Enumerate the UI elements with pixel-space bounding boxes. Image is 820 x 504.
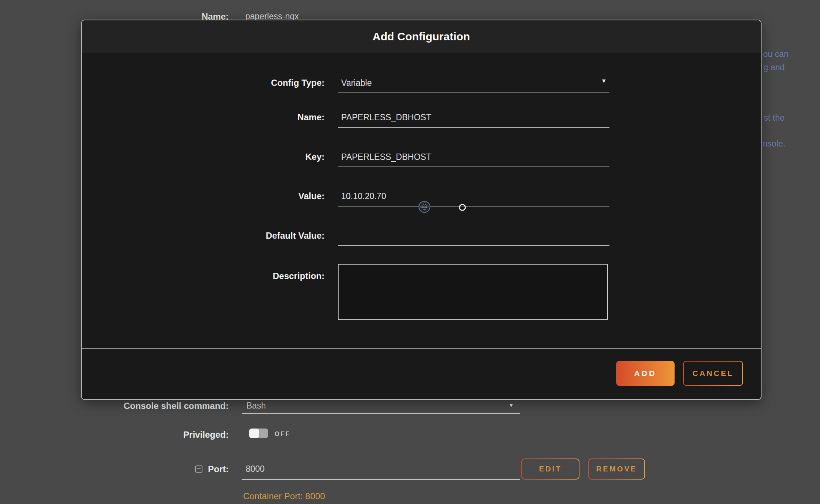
config-type-underline xyxy=(338,93,609,93)
cancel-button-label: CANCEL xyxy=(684,362,742,385)
pointer-ring-icon xyxy=(459,204,466,211)
config-type-label: Config Type: xyxy=(82,78,325,88)
bg-help-text-fragment: g and xyxy=(763,63,785,73)
edit-button-label: EDIT xyxy=(522,459,579,479)
key-underline xyxy=(338,167,609,167)
privileged-label: Privileged: xyxy=(74,430,229,440)
key-input[interactable]: PAPERLESS_DBHOST xyxy=(341,152,431,162)
move-cursor-icon xyxy=(418,201,431,215)
name-underline xyxy=(338,127,609,128)
chevron-down-icon: ▼ xyxy=(508,402,514,408)
privileged-state-text: OFF xyxy=(275,430,290,438)
privileged-toggle[interactable] xyxy=(249,429,268,438)
chevron-down-icon: ▼ xyxy=(601,78,607,84)
edit-button[interactable]: EDIT xyxy=(521,458,579,480)
cancel-button[interactable]: CANCEL xyxy=(683,361,743,386)
add-button-label: ADD xyxy=(634,369,657,378)
dialog-title: Add Configuration xyxy=(82,20,761,53)
console-shell-command-select[interactable]: Bash xyxy=(246,401,266,411)
dialog-header: Add Configuration xyxy=(82,20,761,53)
bg-help-text-fragment: ou can xyxy=(763,49,789,59)
container-port-text: Container Port: 8000 xyxy=(243,491,325,501)
remove-button[interactable]: REMOVE xyxy=(588,458,645,480)
port-label: Port: xyxy=(74,464,229,474)
default-value-underline xyxy=(338,245,609,246)
port-input[interactable]: 8000 xyxy=(246,464,265,474)
toggle-knob-icon xyxy=(249,429,259,438)
value-label: Value: xyxy=(82,191,325,201)
console-select-underline xyxy=(242,413,520,414)
description-label: Description: xyxy=(82,271,325,281)
footer-divider xyxy=(82,348,761,349)
value-input[interactable]: 10.10.20.70 xyxy=(341,191,386,201)
key-label: Key: xyxy=(82,152,325,162)
value-underline xyxy=(338,206,609,206)
port-input-underline xyxy=(242,479,520,480)
config-type-select[interactable]: Variable xyxy=(341,78,372,88)
name-input[interactable]: PAPERLESS_DBHOST xyxy=(341,112,431,122)
name-label: Name: xyxy=(82,112,325,122)
description-textarea[interactable] xyxy=(338,264,608,320)
add-button[interactable]: ADD xyxy=(616,361,675,386)
remove-button-label: REMOVE xyxy=(589,459,644,479)
default-value-label: Default Value: xyxy=(82,231,325,241)
bg-help-text-fragment: st the xyxy=(764,113,784,123)
bg-help-text-fragment: nsole. xyxy=(763,139,785,149)
console-shell-command-label: Console shell command: xyxy=(74,401,229,411)
